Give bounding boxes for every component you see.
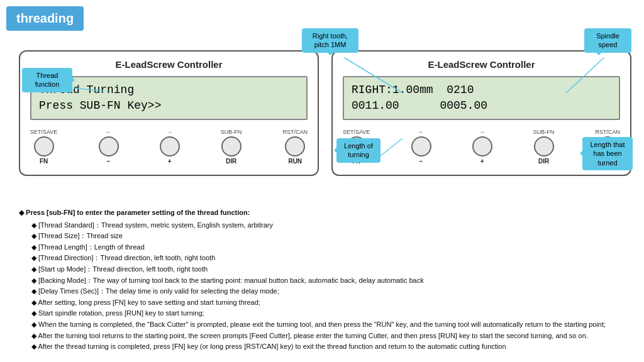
button-top-label: RST/CAN [595,129,620,135]
instruction-item: ◆ After the thread turning is completed,… [19,341,631,353]
button-bottom-label: RUN [288,158,302,165]
instructions-main: ◆ Press [sub-FN] to enter the parameter … [19,207,631,219]
instruction-item: ◆ [Thread Direction]：Thread direction, l… [19,253,631,264]
button-top-label: SUB-FN [533,129,555,135]
tooltip-length-turned: Length that has been turned [582,137,633,170]
controller-right-title: E-LeadScrew Controller [343,59,620,70]
button-top-label: SUB-FN [221,129,242,135]
instruction-item: ◆ [Thread Standard]：Thread system, metri… [19,220,631,231]
instruction-item: ◆ When the turning is completed, the "Ba… [19,319,631,331]
instructions-list: ◆ [Thread Standard]：Thread system, metri… [19,220,631,353]
controller-left-buttons: SET/SAVEFN←−→+SUB-FNDIRRST/CANRUN [30,129,308,165]
button-circle[interactable] [221,136,242,156]
button-group: →+ [472,129,492,165]
button-circle[interactable] [285,136,305,156]
button-circle[interactable] [160,136,180,156]
button-group: SUB-FNDIR [221,129,242,165]
button-top-label: RST/CAN [282,129,308,135]
lcd-right-line1: RIGHT:1.00mm 0210 [352,82,611,98]
button-group: SET/SAVEFN [30,129,57,165]
button-group: SUB-FNDIR [533,129,555,165]
instructions-area: ◆ Press [sub-FN] to enter the parameter … [19,207,631,353]
instruction-item: ◆ Start spindle rotation, press [RUN] ke… [19,308,631,319]
controllers-area: E-LeadScrew Controller Thread Turning Pr… [19,50,631,176]
button-circle[interactable] [411,136,431,156]
instruction-item: ◆ [Delay Times (Sec)]：The delay time is … [19,286,631,297]
button-bottom-label: + [480,158,484,165]
button-circle[interactable] [99,136,119,156]
button-bottom-label: DIR [538,158,549,165]
controller-right-buttons: SET/SAVEFN←−→+SUB-FNDIRRST/CANRUN [343,129,620,165]
button-top-label: → [167,129,172,135]
button-circle[interactable] [534,136,554,156]
controller-left-title: E-LeadScrew Controller [30,59,308,70]
instruction-item: ◆ [Backing Mode]：The way of turning tool… [19,275,631,287]
button-bottom-label: + [168,158,172,165]
instruction-item: ◆ [Start up Mode]：Thread direction, left… [19,264,631,275]
instruction-item: ◆ [Thread Size]：Thread size [19,231,631,242]
header-tag: threading [6,6,84,31]
button-group: RST/CANRUN [282,129,308,165]
button-top-label: SET/SAVE [30,129,57,135]
button-group: ←− [99,129,119,165]
button-bottom-label: FN [40,158,48,165]
tooltip-right-tooth: Right tooth, pitch 1MM [302,28,358,53]
button-bottom-label: − [419,158,423,165]
button-top-label: ← [106,129,111,135]
button-bottom-label: DIR [226,158,236,165]
button-group: ←− [411,129,431,165]
instruction-item: ◆ [Thread Length]：Length of thread [19,242,631,253]
instruction-item: ◆ After setting, long press [FN] key to … [19,297,631,309]
button-top-label: SET/SAVE [343,129,370,135]
button-circle[interactable] [34,136,54,156]
button-circle[interactable] [472,136,492,156]
tooltip-spindle-speed: Spindle speed [584,28,631,53]
lcd-left-line1: Thread Turning [39,82,299,98]
button-bottom-label: − [107,158,111,165]
tooltip-length-turning: Length of turning [336,138,380,163]
tooltip-thread-function: Thread function [22,68,72,92]
controller-right-lcd: RIGHT:1.00mm 0210 0011.00 0005.00 [343,76,620,120]
instruction-item: ◆ After the turning tool returns to the … [19,331,631,342]
lcd-left-line2: Press SUB-FN Key>> [39,98,299,114]
button-group: →+ [160,129,180,165]
lcd-right-line2: 0011.00 0005.00 [352,98,611,114]
button-top-label: ← [418,129,424,135]
button-top-label: → [479,129,485,135]
